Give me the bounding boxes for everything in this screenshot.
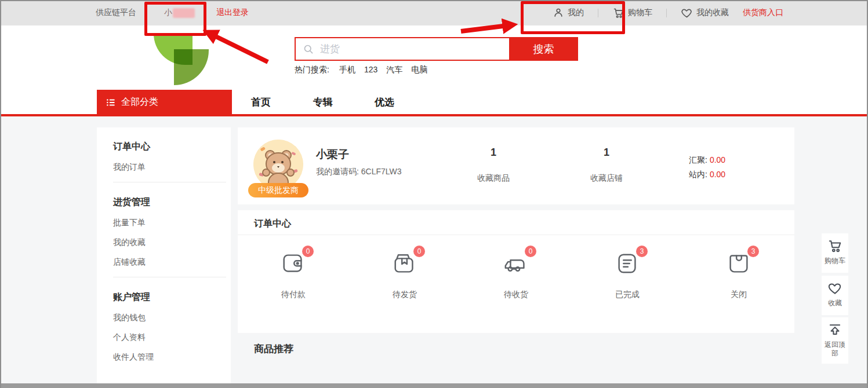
search-button[interactable]: 搜索 [509,37,578,61]
hot-search: 热门搜索: 手机 123 汽车 电脑 [295,65,427,75]
float-cart-label: 购物车 [822,256,848,265]
balance-label: 汇聚: [689,155,707,164]
all-categories-label: 全部分类 [121,96,158,108]
nav-albums[interactable]: 专辑 [313,90,333,115]
level-badge: 中级批发商 [248,183,308,197]
sidebar-item-shop-favorites[interactable]: 店铺收藏 [113,257,231,266]
status-count-badge: 0 [525,246,536,257]
stat-favorite-shops[interactable]: 1 收藏店铺 [566,127,647,184]
profile-card: 中级批发商 小栗子 我的邀请码: 6CLF7LW3 1 收藏商品 1 收藏店铺 … [238,127,794,204]
order-center-card: 订单中心 0 待付款 [238,210,794,333]
stat-value: 1 [566,147,647,159]
status-closed[interactable]: 3 关闭 [683,243,794,300]
sidebar-section-account-management: 账户管理 [113,292,231,302]
hot-keyword-123[interactable]: 123 [364,65,377,75]
sidebar: 订单中心 我的订单 进货管理 批量下单 我的收藏 店铺收藏 账户管理 我的钱包 … [97,127,231,383]
invite-code-value: 6CLF7LW3 [361,167,402,176]
hot-search-label: 热门搜索: [295,65,329,75]
heart-icon [827,281,842,296]
site-logo[interactable] [154,34,209,86]
status-count-badge: 3 [747,246,759,257]
sidebar-item-my-orders[interactable]: 我的订单 [113,162,231,171]
topbar-left: 供应链平台 小 退出登录 [96,0,249,25]
favorites-link[interactable]: 我的收藏 [681,7,729,19]
balance-label: 站内: [689,170,707,179]
back-to-top-button[interactable]: 返回顶部 [822,317,848,364]
float-favorites-label: 收藏 [822,298,848,308]
divider [598,9,598,17]
status-count-badge: 0 [413,246,425,257]
status-label: 待发货 [349,290,460,300]
profile-name: 小栗子 [316,147,349,162]
sidebar-item-personal-info[interactable]: 个人资料 [113,332,231,342]
divider [238,235,794,235]
status-label: 已完成 [572,290,683,300]
hot-keyword-car[interactable]: 汽车 [386,65,402,75]
nav-featured[interactable]: 优选 [375,90,394,115]
logout-link[interactable]: 退出登录 [216,8,249,18]
order-status-row: 0 待付款 0 待发货 [238,243,794,300]
recommendations-title: 商品推荐 [254,342,293,356]
invite-code-row: 我的邀请码: 6CLF7LW3 [316,167,402,177]
status-pending-shipment[interactable]: 0 待发货 [349,243,460,300]
person-icon [553,7,564,19]
username-link[interactable]: 小 [164,8,195,18]
topbar: 供应链平台 小 退出登录 我的 购物车 [0,0,868,25]
balance-row-zhannei: 站内:0.00 [689,167,725,182]
hot-keyword-computer[interactable]: 电脑 [411,65,427,75]
category-list-icon [106,97,116,108]
float-favorites-button[interactable]: 收藏 [822,276,848,315]
back-to-top-label: 返回顶部 [822,340,848,358]
all-categories-button[interactable]: 全部分类 [97,90,232,115]
stat-value: 1 [453,147,534,159]
status-label: 关闭 [683,290,794,300]
username-text: 小 [164,8,172,18]
cart-icon [827,239,842,254]
stat-label: 收藏店铺 [566,173,647,184]
status-pending-payment[interactable]: 0 待付款 [238,243,349,300]
order-center-title: 订单中心 [254,218,291,230]
back-to-top-icon [827,323,842,338]
sidebar-section-purchase-management: 进货管理 [113,197,231,207]
sidebar-item-my-favorites[interactable]: 我的收藏 [113,237,231,247]
stat-favorite-products[interactable]: 1 收藏商品 [453,127,534,184]
topbar-right: 我的 购物车 我的收藏 供货商入口 [553,0,783,25]
search-input[interactable] [319,43,509,56]
invite-code-label: 我的邀请码: [316,167,359,176]
status-pending-receipt[interactable]: 0 待收货 [460,243,572,300]
float-cart-button[interactable]: 购物车 [822,233,848,273]
nav-home[interactable]: 首页 [251,90,271,115]
balance-value: 0.00 [710,170,725,179]
hot-keyword-phone[interactable]: 手机 [339,65,355,75]
status-completed[interactable]: 3 已完成 [572,243,683,300]
cart-link[interactable]: 购物车 [612,7,652,19]
platform-label: 供应链平台 [96,8,136,18]
logo-leaf-dark [174,49,209,85]
bottom-border-bar [0,383,868,388]
search-input-box [295,37,509,61]
divider [666,9,667,17]
balance-row-huiju: 汇聚:0.00 [689,153,725,167]
status-count-badge: 0 [302,246,314,257]
stat-label: 收藏商品 [453,173,534,184]
heart-icon [681,7,693,19]
status-count-badge: 3 [636,246,648,257]
balances: 汇聚:0.00 站内:0.00 [689,153,725,182]
status-label: 待收货 [460,290,572,300]
avatar[interactable] [253,140,303,189]
sidebar-item-bulk-order[interactable]: 批量下单 [113,218,231,227]
sidebar-item-recipient-management[interactable]: 收件人管理 [113,352,231,361]
supplier-entry-link[interactable]: 供货商入口 [743,8,783,18]
bear-avatar-image [253,140,303,189]
mine-label: 我的 [568,8,584,18]
search-bar: 搜索 [295,37,578,61]
sidebar-section-order-center: 订单中心 [113,141,231,152]
mine-link[interactable]: 我的 [553,7,584,19]
favorites-label: 我的收藏 [696,8,729,18]
sidebar-item-my-wallet[interactable]: 我的钱包 [113,313,231,322]
page: 供应链平台 小 退出登录 我的 购物车 [0,0,868,388]
cart-icon [612,7,624,19]
balance-value: 0.00 [710,155,725,164]
divider [113,277,226,277]
username-redaction [173,8,195,18]
